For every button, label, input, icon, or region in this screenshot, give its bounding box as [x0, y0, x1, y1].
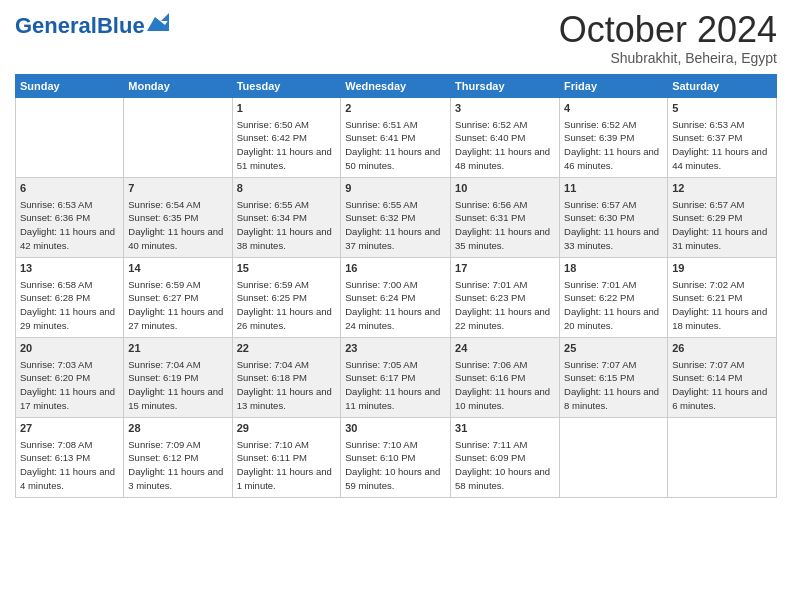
daylight-text: Daylight: 11 hours and 11 minutes.	[345, 386, 440, 411]
daylight-text: Daylight: 11 hours and 26 minutes.	[237, 306, 332, 331]
sunrise-text: Sunrise: 6:53 AM	[672, 119, 744, 130]
daylight-text: Daylight: 11 hours and 27 minutes.	[128, 306, 223, 331]
daylight-text: Daylight: 11 hours and 17 minutes.	[20, 386, 115, 411]
day-number: 17	[455, 261, 555, 277]
logo-blue: Blue	[97, 13, 145, 38]
daylight-text: Daylight: 11 hours and 29 minutes.	[20, 306, 115, 331]
sunrise-text: Sunrise: 6:51 AM	[345, 119, 417, 130]
daylight-text: Daylight: 11 hours and 50 minutes.	[345, 146, 440, 171]
sunrise-text: Sunrise: 6:54 AM	[128, 199, 200, 210]
daylight-text: Daylight: 11 hours and 10 minutes.	[455, 386, 550, 411]
calendar-cell: 4Sunrise: 6:52 AMSunset: 6:39 PMDaylight…	[560, 97, 668, 177]
calendar-cell: 2Sunrise: 6:51 AMSunset: 6:41 PMDaylight…	[341, 97, 451, 177]
calendar-cell: 7Sunrise: 6:54 AMSunset: 6:35 PMDaylight…	[124, 177, 232, 257]
sunset-text: Sunset: 6:25 PM	[237, 292, 307, 303]
sunrise-text: Sunrise: 7:02 AM	[672, 279, 744, 290]
daylight-text: Daylight: 11 hours and 6 minutes.	[672, 386, 767, 411]
sunset-text: Sunset: 6:17 PM	[345, 372, 415, 383]
calendar-cell	[668, 417, 777, 497]
calendar-cell: 23Sunrise: 7:05 AMSunset: 6:17 PMDayligh…	[341, 337, 451, 417]
day-number: 7	[128, 181, 227, 197]
page-container: GeneralBlue October 2024 Shubrakhit, Beh…	[0, 0, 792, 503]
sunset-text: Sunset: 6:18 PM	[237, 372, 307, 383]
week-row-3: 20Sunrise: 7:03 AMSunset: 6:20 PMDayligh…	[16, 337, 777, 417]
svg-marker-1	[161, 13, 169, 21]
calendar-cell: 24Sunrise: 7:06 AMSunset: 6:16 PMDayligh…	[451, 337, 560, 417]
header-row: SundayMondayTuesdayWednesdayThursdayFrid…	[16, 74, 777, 97]
day-number: 1	[237, 101, 337, 117]
calendar-cell: 16Sunrise: 7:00 AMSunset: 6:24 PMDayligh…	[341, 257, 451, 337]
sunrise-text: Sunrise: 6:57 AM	[564, 199, 636, 210]
daylight-text: Daylight: 11 hours and 15 minutes.	[128, 386, 223, 411]
sunrise-text: Sunrise: 7:10 AM	[345, 439, 417, 450]
day-number: 13	[20, 261, 119, 277]
daylight-text: Daylight: 10 hours and 59 minutes.	[345, 466, 440, 491]
sunrise-text: Sunrise: 7:03 AM	[20, 359, 92, 370]
sunset-text: Sunset: 6:16 PM	[455, 372, 525, 383]
sunrise-text: Sunrise: 7:08 AM	[20, 439, 92, 450]
calendar-cell	[16, 97, 124, 177]
sunset-text: Sunset: 6:35 PM	[128, 212, 198, 223]
sunset-text: Sunset: 6:19 PM	[128, 372, 198, 383]
day-header-saturday: Saturday	[668, 74, 777, 97]
day-number: 22	[237, 341, 337, 357]
sunrise-text: Sunrise: 6:59 AM	[237, 279, 309, 290]
sunrise-text: Sunrise: 6:50 AM	[237, 119, 309, 130]
calendar-cell: 22Sunrise: 7:04 AMSunset: 6:18 PMDayligh…	[232, 337, 341, 417]
sunrise-text: Sunrise: 7:04 AM	[128, 359, 200, 370]
sunset-text: Sunset: 6:42 PM	[237, 132, 307, 143]
calendar-cell: 27Sunrise: 7:08 AMSunset: 6:13 PMDayligh…	[16, 417, 124, 497]
day-number: 3	[455, 101, 555, 117]
day-number: 14	[128, 261, 227, 277]
sunset-text: Sunset: 6:11 PM	[237, 452, 307, 463]
day-number: 18	[564, 261, 663, 277]
daylight-text: Daylight: 11 hours and 13 minutes.	[237, 386, 332, 411]
calendar-cell: 11Sunrise: 6:57 AMSunset: 6:30 PMDayligh…	[560, 177, 668, 257]
header: GeneralBlue October 2024 Shubrakhit, Beh…	[15, 10, 777, 66]
day-header-monday: Monday	[124, 74, 232, 97]
sunrise-text: Sunrise: 6:57 AM	[672, 199, 744, 210]
sunset-text: Sunset: 6:29 PM	[672, 212, 742, 223]
calendar-cell: 30Sunrise: 7:10 AMSunset: 6:10 PMDayligh…	[341, 417, 451, 497]
sunrise-text: Sunrise: 6:55 AM	[237, 199, 309, 210]
sunset-text: Sunset: 6:23 PM	[455, 292, 525, 303]
daylight-text: Daylight: 10 hours and 58 minutes.	[455, 466, 550, 491]
sunrise-text: Sunrise: 7:06 AM	[455, 359, 527, 370]
calendar-cell: 15Sunrise: 6:59 AMSunset: 6:25 PMDayligh…	[232, 257, 341, 337]
day-number: 5	[672, 101, 772, 117]
calendar-cell: 14Sunrise: 6:59 AMSunset: 6:27 PMDayligh…	[124, 257, 232, 337]
day-number: 15	[237, 261, 337, 277]
day-number: 10	[455, 181, 555, 197]
daylight-text: Daylight: 11 hours and 38 minutes.	[237, 226, 332, 251]
sunset-text: Sunset: 6:20 PM	[20, 372, 90, 383]
day-number: 24	[455, 341, 555, 357]
sunrise-text: Sunrise: 7:07 AM	[672, 359, 744, 370]
daylight-text: Daylight: 11 hours and 1 minute.	[237, 466, 332, 491]
daylight-text: Daylight: 11 hours and 18 minutes.	[672, 306, 767, 331]
calendar-cell	[124, 97, 232, 177]
daylight-text: Daylight: 11 hours and 44 minutes.	[672, 146, 767, 171]
day-number: 16	[345, 261, 446, 277]
sunrise-text: Sunrise: 6:52 AM	[455, 119, 527, 130]
sunset-text: Sunset: 6:24 PM	[345, 292, 415, 303]
calendar-cell: 12Sunrise: 6:57 AMSunset: 6:29 PMDayligh…	[668, 177, 777, 257]
sunset-text: Sunset: 6:28 PM	[20, 292, 90, 303]
sunset-text: Sunset: 6:39 PM	[564, 132, 634, 143]
sunrise-text: Sunrise: 7:01 AM	[564, 279, 636, 290]
sunset-text: Sunset: 6:32 PM	[345, 212, 415, 223]
day-header-thursday: Thursday	[451, 74, 560, 97]
daylight-text: Daylight: 11 hours and 33 minutes.	[564, 226, 659, 251]
calendar-cell: 21Sunrise: 7:04 AMSunset: 6:19 PMDayligh…	[124, 337, 232, 417]
calendar-cell: 20Sunrise: 7:03 AMSunset: 6:20 PMDayligh…	[16, 337, 124, 417]
sunrise-text: Sunrise: 7:04 AM	[237, 359, 309, 370]
sunrise-text: Sunrise: 6:53 AM	[20, 199, 92, 210]
sunrise-text: Sunrise: 7:11 AM	[455, 439, 527, 450]
daylight-text: Daylight: 11 hours and 37 minutes.	[345, 226, 440, 251]
day-number: 12	[672, 181, 772, 197]
day-header-sunday: Sunday	[16, 74, 124, 97]
sunrise-text: Sunrise: 6:56 AM	[455, 199, 527, 210]
sunset-text: Sunset: 6:15 PM	[564, 372, 634, 383]
sunrise-text: Sunrise: 6:52 AM	[564, 119, 636, 130]
sunset-text: Sunset: 6:36 PM	[20, 212, 90, 223]
sunset-text: Sunset: 6:40 PM	[455, 132, 525, 143]
